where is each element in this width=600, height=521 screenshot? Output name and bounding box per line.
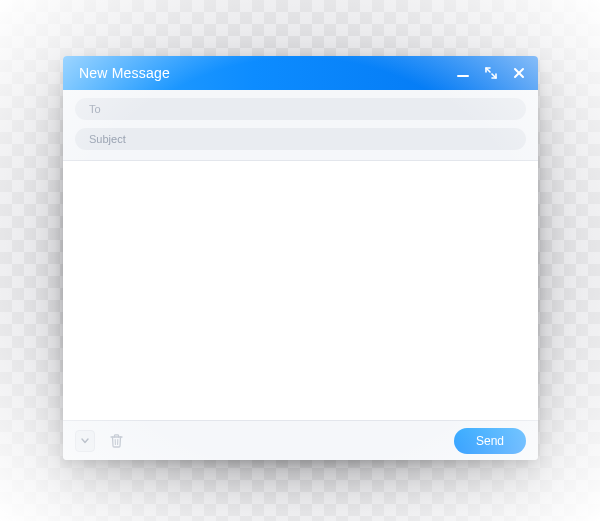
to-field[interactable] xyxy=(89,103,512,115)
message-body-input[interactable] xyxy=(63,161,538,420)
subject-field-wrap xyxy=(75,128,526,150)
titlebar-actions xyxy=(456,66,526,80)
expand-icon[interactable] xyxy=(484,66,498,80)
trash-icon xyxy=(110,434,123,448)
delete-button[interactable] xyxy=(105,430,127,452)
to-field-wrap xyxy=(75,98,526,120)
message-body-area xyxy=(63,161,538,420)
header-fields xyxy=(63,90,538,161)
subject-field[interactable] xyxy=(89,133,512,145)
more-options-button[interactable] xyxy=(75,430,95,452)
close-icon[interactable] xyxy=(512,66,526,80)
chevron-down-icon xyxy=(81,438,89,444)
send-button[interactable]: Send xyxy=(454,428,526,454)
footer-toolbar: Send xyxy=(63,420,538,460)
minimize-icon[interactable] xyxy=(456,66,470,80)
compose-window: New Message xyxy=(63,56,538,460)
titlebar: New Message xyxy=(63,56,538,90)
window-title: New Message xyxy=(79,65,456,81)
